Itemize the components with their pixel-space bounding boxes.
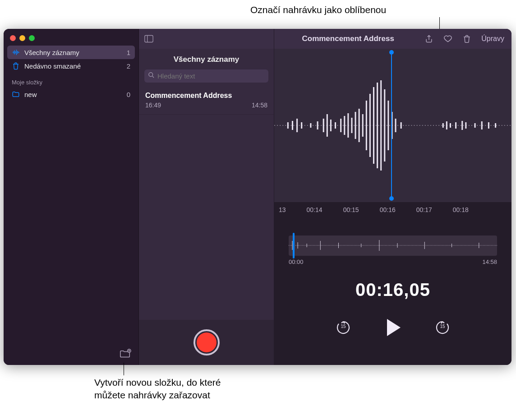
svg-rect-1: [145, 36, 153, 42]
timeline-tick: 00:15: [343, 206, 359, 213]
toggle-sidebar-button[interactable]: [144, 34, 153, 43]
recording-title: Commencement Address: [145, 92, 267, 100]
overview-start-label: 00:00: [289, 258, 304, 265]
window-controls: [4, 29, 138, 46]
recording-list-item[interactable]: Commencement Address 16:49 14:58: [139, 87, 274, 115]
sidebar-item-recently-deleted[interactable]: Nedávno smazané 2: [7, 59, 135, 73]
sidebar-folder-count: 0: [127, 91, 130, 98]
record-bar: [139, 320, 274, 365]
current-time-display: 00:16,05: [274, 280, 511, 300]
timeline-tick: 00:17: [416, 206, 432, 213]
sidebar: Všechny záznamy 1 Nedávno smazané 2 Moje…: [4, 29, 139, 365]
detail-title: Commencement Address: [281, 34, 415, 43]
sidebar-count: 1: [127, 49, 130, 56]
detail-panel: Commencement Address Úpravy: [274, 29, 511, 365]
list-header: Všechny záznamy: [139, 49, 274, 69]
trash-icon: [12, 62, 20, 70]
callout-new-folder: Vytvoří novou složku, do které můžete na…: [94, 376, 221, 402]
play-button[interactable]: [382, 317, 403, 338]
recordings-list-panel: Všechny záznamy Commencement Address 16:…: [139, 29, 274, 365]
overview-end-label: 14:58: [482, 258, 497, 265]
sidebar-folder-item[interactable]: new 0: [7, 88, 135, 101]
sidebar-folder-label: new: [24, 91, 37, 98]
playhead[interactable]: [391, 51, 392, 200]
sidebar-label: Všechny záznamy: [24, 49, 79, 56]
skip-forward-15-button[interactable]: 15: [435, 320, 450, 335]
search-input[interactable]: [157, 72, 265, 80]
timeline-tick: 13: [279, 206, 286, 213]
sidebar-count: 2: [127, 62, 130, 70]
app-window: Všechny záznamy 1 Nedávno smazané 2 Moje…: [4, 29, 511, 365]
timeline-tick: 00:16: [380, 206, 396, 213]
callout-favorite: Označí nahrávku jako oblíbenou: [250, 5, 386, 15]
mini-waveform-icon: [289, 235, 497, 256]
list-toolbar: [139, 29, 274, 49]
waveform-icon: [12, 48, 20, 56]
svg-point-2: [149, 73, 153, 77]
skip-seconds-label: 15: [435, 324, 450, 329]
timeline-tick: 00:18: [453, 206, 469, 213]
waveform-area[interactable]: [274, 49, 511, 202]
sidebar-item-all-recordings[interactable]: Všechny záznamy 1: [7, 46, 135, 59]
recording-duration: 14:58: [252, 102, 267, 109]
folder-icon: [12, 90, 20, 98]
search-field[interactable]: [144, 69, 268, 83]
timeline-tick: 00:14: [307, 206, 322, 213]
delete-button[interactable]: [462, 34, 471, 43]
skip-back-15-button[interactable]: 15: [336, 320, 351, 335]
detail-toolbar: Commencement Address Úpravy: [274, 29, 511, 49]
edit-button[interactable]: Úpravy: [481, 35, 504, 43]
playback-controls: 15 15: [274, 317, 511, 338]
timeline-ruler[interactable]: 13 00:14 00:15 00:16 00:17 00:18: [274, 202, 511, 217]
new-folder-button[interactable]: [120, 349, 131, 359]
record-icon: [197, 332, 217, 352]
overview-scrubber[interactable]: [289, 235, 497, 256]
window-minimize-button[interactable]: [19, 35, 25, 41]
waveform-icon: [274, 69, 511, 182]
recording-time: 16:49: [145, 102, 161, 109]
sidebar-label: Nedávno smazané: [24, 62, 81, 70]
favorite-button[interactable]: [443, 34, 452, 43]
record-button[interactable]: [194, 329, 220, 355]
overview-playhead[interactable]: [293, 233, 295, 258]
skip-seconds-label: 15: [336, 324, 351, 329]
sidebar-section-header: Moje složky: [4, 73, 138, 88]
callout-line: [124, 363, 124, 375]
window-close-button[interactable]: [10, 35, 16, 41]
window-fullscreen-button[interactable]: [29, 35, 35, 41]
search-icon: [148, 72, 155, 80]
share-button[interactable]: [424, 34, 433, 43]
